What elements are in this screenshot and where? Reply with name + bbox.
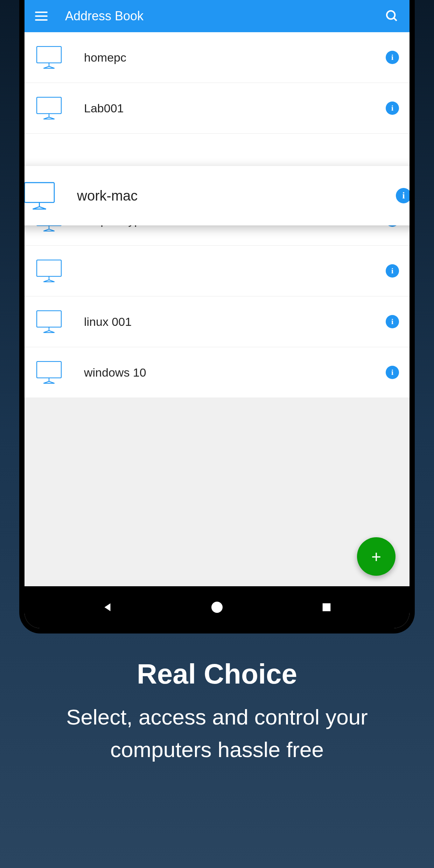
add-button[interactable]: + <box>357 537 396 576</box>
hamburger-menu-icon[interactable] <box>35 10 48 22</box>
nav-back-icon[interactable] <box>100 600 114 614</box>
phone-frame: Address Book <box>19 0 415 634</box>
svg-rect-22 <box>37 260 61 276</box>
computer-icon <box>35 96 63 120</box>
list-item[interactable]: Lab001 <box>24 83 410 134</box>
info-icon[interactable] <box>386 102 399 115</box>
computer-icon <box>35 259 63 283</box>
computer-name: homepc <box>84 51 386 64</box>
svg-rect-32 <box>37 362 61 378</box>
svg-rect-2 <box>37 47 61 63</box>
page-title: Address Book <box>65 9 385 23</box>
svg-point-0 <box>387 11 395 19</box>
promo-text: Real Choice Select, access and control y… <box>0 658 434 766</box>
svg-rect-37 <box>323 603 331 611</box>
search-icon[interactable] <box>385 9 399 23</box>
info-icon[interactable] <box>386 315 399 328</box>
computer-icon <box>35 45 63 70</box>
computer-name: Lab001 <box>84 102 386 115</box>
info-icon[interactable] <box>386 264 399 278</box>
info-icon[interactable] <box>396 188 410 203</box>
android-nav-bar <box>24 586 410 628</box>
svg-line-1 <box>394 18 397 21</box>
promo-subtitle: Select, access and control your computer… <box>18 701 416 766</box>
list-item[interactable]: linux 001 <box>24 296 410 347</box>
svg-rect-27 <box>37 311 61 327</box>
list-item[interactable] <box>24 246 410 296</box>
app-bar: Address Book <box>24 0 410 32</box>
computer-name: windows 10 <box>84 366 386 379</box>
nav-recent-icon[interactable] <box>320 600 334 614</box>
svg-rect-12 <box>24 182 54 202</box>
computer-icon <box>35 309 63 334</box>
computer-list: homepc Lab001 <box>24 32 410 398</box>
phone-screen: Address Book <box>24 0 410 628</box>
computer-icon <box>24 181 56 211</box>
info-icon[interactable] <box>386 366 399 379</box>
computer-icon <box>35 360 63 385</box>
svg-rect-7 <box>37 97 61 114</box>
list-item[interactable]: homepc <box>24 32 410 83</box>
computer-name: linux 001 <box>84 315 386 329</box>
nav-home-icon[interactable] <box>210 600 224 614</box>
computer-name: work-mac <box>77 188 396 204</box>
info-icon[interactable] <box>386 51 399 64</box>
list-item-selected[interactable]: work-mac <box>24 166 410 225</box>
promo-title: Real Choice <box>18 658 416 690</box>
list-item[interactable]: windows 10 <box>24 347 410 398</box>
